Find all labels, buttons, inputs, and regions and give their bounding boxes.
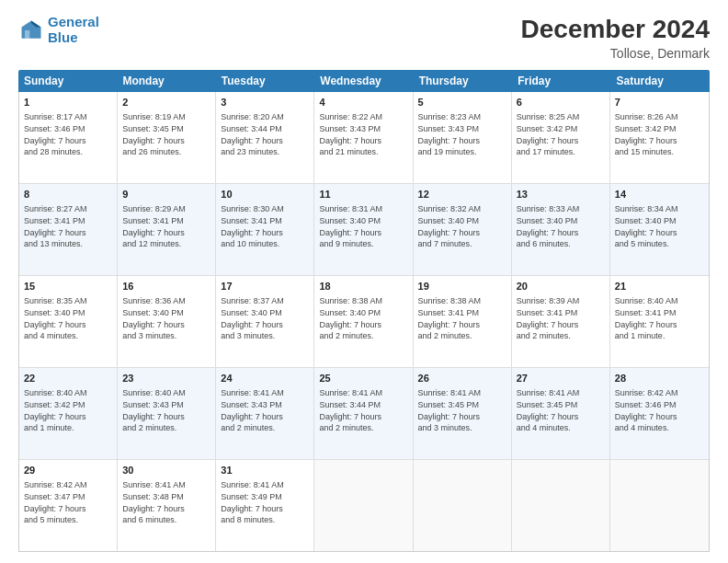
day-info-line: Sunset: 3:40 PM xyxy=(319,307,407,319)
day-number: 28 xyxy=(615,372,704,385)
calendar-cell: 12Sunrise: 8:32 AMSunset: 3:40 PMDayligh… xyxy=(414,184,512,275)
day-info-line: Daylight: 7 hours xyxy=(221,411,309,423)
calendar-cell: 18Sunrise: 8:38 AMSunset: 3:40 PMDayligh… xyxy=(314,276,413,367)
day-number: 25 xyxy=(319,372,407,385)
day-info-line: Sunrise: 8:29 AM xyxy=(122,203,210,215)
calendar-cell: 13Sunrise: 8:33 AMSunset: 3:40 PMDayligh… xyxy=(512,184,610,275)
svg-marker-0 xyxy=(22,20,41,38)
calendar-cell: 5Sunrise: 8:23 AMSunset: 3:43 PMDaylight… xyxy=(414,92,512,183)
day-info-line: Sunrise: 8:36 AM xyxy=(122,295,210,307)
day-number: 14 xyxy=(615,188,704,201)
day-number: 24 xyxy=(221,372,309,385)
day-info-line: Sunset: 3:41 PM xyxy=(418,307,506,319)
day-info-line: Sunrise: 8:20 AM xyxy=(221,111,309,123)
day-number: 1 xyxy=(24,96,112,109)
day-info-line: Sunset: 3:40 PM xyxy=(418,215,506,227)
day-info-line: Sunrise: 8:31 AM xyxy=(319,203,407,215)
calendar-cell: 16Sunrise: 8:36 AMSunset: 3:40 PMDayligh… xyxy=(118,276,216,367)
day-info-line: and 2 minutes. xyxy=(319,330,407,342)
day-info-line: Sunset: 3:41 PM xyxy=(517,307,605,319)
day-info-line: Daylight: 7 hours xyxy=(418,135,506,147)
day-info-line: Sunset: 3:45 PM xyxy=(418,399,506,411)
day-number: 21 xyxy=(615,280,704,293)
day-info-line: Sunrise: 8:19 AM xyxy=(122,111,210,123)
day-info-line: Sunrise: 8:27 AM xyxy=(24,203,112,215)
day-info-line: and 8 minutes. xyxy=(221,514,309,526)
calendar-cell xyxy=(512,460,610,551)
day-info-line: Sunrise: 8:42 AM xyxy=(24,479,112,491)
day-info-line: Sunset: 3:42 PM xyxy=(24,399,112,411)
day-info-line: and 2 minutes. xyxy=(122,422,210,434)
day-info-line: Daylight: 7 hours xyxy=(221,135,309,147)
logo-general: General xyxy=(48,14,99,29)
calendar-cell: 25Sunrise: 8:41 AMSunset: 3:44 PMDayligh… xyxy=(314,368,413,459)
day-info-line: Daylight: 7 hours xyxy=(24,135,112,147)
day-number: 19 xyxy=(418,280,506,293)
day-number: 17 xyxy=(221,280,309,293)
day-info-line: Daylight: 7 hours xyxy=(24,227,112,239)
day-info-line: Sunset: 3:42 PM xyxy=(615,123,704,135)
day-info-line: Sunset: 3:40 PM xyxy=(319,215,407,227)
day-info-line: Daylight: 7 hours xyxy=(615,135,704,147)
calendar-row: 8Sunrise: 8:27 AMSunset: 3:41 PMDaylight… xyxy=(19,184,709,276)
calendar-cell: 14Sunrise: 8:34 AMSunset: 3:40 PMDayligh… xyxy=(610,184,709,275)
day-info-line: and 26 minutes. xyxy=(122,146,210,158)
day-number: 12 xyxy=(418,188,506,201)
day-info-line: and 2 minutes. xyxy=(517,330,605,342)
day-info-line: and 6 minutes. xyxy=(122,514,210,526)
day-number: 27 xyxy=(517,372,605,385)
day-info-line: and 9 minutes. xyxy=(319,238,407,250)
day-number: 15 xyxy=(24,280,112,293)
calendar-row: 15Sunrise: 8:35 AMSunset: 3:40 PMDayligh… xyxy=(19,276,709,368)
day-number: 5 xyxy=(418,96,506,109)
logo-icon xyxy=(18,17,44,43)
day-number: 31 xyxy=(221,464,309,477)
day-info-line: Daylight: 7 hours xyxy=(221,319,309,331)
calendar-cell: 19Sunrise: 8:38 AMSunset: 3:41 PMDayligh… xyxy=(414,276,512,367)
day-info-line: and 21 minutes. xyxy=(319,146,407,158)
calendar-cell: 20Sunrise: 8:39 AMSunset: 3:41 PMDayligh… xyxy=(512,276,610,367)
weekday-header: Wednesday xyxy=(314,70,413,92)
day-info-line: Sunrise: 8:38 AM xyxy=(418,295,506,307)
day-info-line: Daylight: 7 hours xyxy=(517,135,605,147)
day-info-line: Daylight: 7 hours xyxy=(122,503,210,515)
day-number: 2 xyxy=(122,96,210,109)
day-number: 16 xyxy=(122,280,210,293)
day-info-line: and 7 minutes. xyxy=(418,238,506,250)
calendar-row: 1Sunrise: 8:17 AMSunset: 3:46 PMDaylight… xyxy=(19,92,709,184)
day-info-line: Daylight: 7 hours xyxy=(319,227,407,239)
calendar-cell: 10Sunrise: 8:30 AMSunset: 3:41 PMDayligh… xyxy=(216,184,314,275)
calendar-cell: 11Sunrise: 8:31 AMSunset: 3:40 PMDayligh… xyxy=(314,184,413,275)
day-info-line: Sunset: 3:45 PM xyxy=(517,399,605,411)
day-info-line: Daylight: 7 hours xyxy=(418,319,506,331)
day-number: 3 xyxy=(221,96,309,109)
logo: General Blue xyxy=(18,15,99,45)
day-info-line: and 3 minutes. xyxy=(418,422,506,434)
weekday-header: Thursday xyxy=(414,70,512,92)
day-info-line: Sunrise: 8:39 AM xyxy=(517,295,605,307)
day-info-line: Daylight: 7 hours xyxy=(319,135,407,147)
calendar: SundayMondayTuesdayWednesdayThursdayFrid… xyxy=(18,70,710,552)
day-info-line: Daylight: 7 hours xyxy=(517,227,605,239)
day-info-line: Sunset: 3:41 PM xyxy=(615,307,704,319)
day-info-line: and 2 minutes. xyxy=(221,422,309,434)
calendar-cell: 7Sunrise: 8:26 AMSunset: 3:42 PMDaylight… xyxy=(610,92,709,183)
day-info-line: Sunset: 3:40 PM xyxy=(24,307,112,319)
day-info-line: Sunset: 3:43 PM xyxy=(418,123,506,135)
day-number: 20 xyxy=(517,280,605,293)
header: General Blue December 2024 Tollose, Denm… xyxy=(18,15,710,61)
day-info-line: and 12 minutes. xyxy=(122,238,210,250)
day-number: 8 xyxy=(24,188,112,201)
weekday-header: Saturday xyxy=(611,70,710,92)
day-info-line: Sunrise: 8:35 AM xyxy=(24,295,112,307)
day-info-line: Daylight: 7 hours xyxy=(319,411,407,423)
calendar-row: 22Sunrise: 8:40 AMSunset: 3:42 PMDayligh… xyxy=(19,368,709,460)
day-info-line: and 1 minute. xyxy=(24,422,112,434)
day-info-line: Daylight: 7 hours xyxy=(418,411,506,423)
calendar-cell: 8Sunrise: 8:27 AMSunset: 3:41 PMDaylight… xyxy=(19,184,118,275)
day-info-line: Sunrise: 8:25 AM xyxy=(517,111,605,123)
day-info-line: Sunrise: 8:41 AM xyxy=(418,387,506,399)
calendar-cell: 17Sunrise: 8:37 AMSunset: 3:40 PMDayligh… xyxy=(216,276,314,367)
day-info-line: and 3 minutes. xyxy=(221,330,309,342)
day-info-line: Sunrise: 8:41 AM xyxy=(122,479,210,491)
